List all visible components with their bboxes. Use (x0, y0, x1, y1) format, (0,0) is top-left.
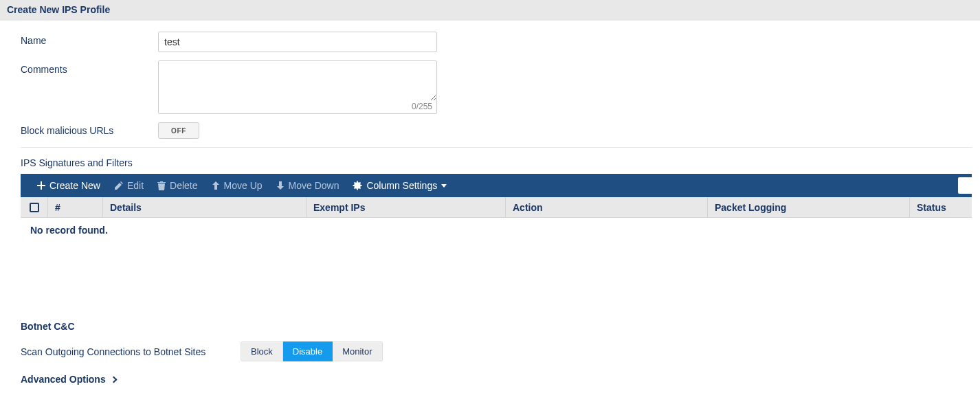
botnet-section-title: Botnet C&C (21, 321, 972, 332)
move-down-button[interactable]: Move Down (269, 174, 346, 197)
chevron-down-icon (441, 184, 447, 188)
name-input[interactable] (158, 32, 437, 52)
comments-textarea[interactable] (159, 61, 436, 101)
edit-button[interactable]: Edit (107, 174, 151, 197)
divider (21, 147, 972, 148)
edit-icon (114, 181, 123, 190)
plus-icon (37, 181, 45, 190)
name-label: Name (21, 32, 158, 46)
col-header-details[interactable]: Details (103, 197, 307, 217)
botnet-option-monitor[interactable]: Monitor (333, 341, 382, 361)
column-settings-button[interactable]: Column Settings (346, 174, 454, 197)
col-header-packet-logging[interactable]: Packet Logging (708, 197, 910, 217)
create-new-label: Create New (49, 180, 100, 191)
chevron-right-icon (110, 376, 117, 383)
signatures-toolbar: Create New Edit Delete Move Up Move Down (21, 174, 972, 197)
block-urls-label: Block malicious URLs (21, 125, 158, 136)
move-down-label: Move Down (289, 180, 339, 191)
comments-label: Comments (21, 60, 158, 75)
arrow-up-icon (212, 181, 220, 190)
botnet-scan-label: Scan Outgoing Connections to Botnet Site… (21, 346, 234, 357)
select-all-checkbox[interactable] (21, 197, 48, 217)
create-new-button[interactable]: Create New (30, 174, 107, 197)
col-header-status[interactable]: Status (910, 197, 972, 217)
edit-label: Edit (127, 180, 144, 191)
column-settings-label: Column Settings (366, 180, 437, 191)
delete-button[interactable]: Delete (151, 174, 204, 197)
gear-icon (353, 181, 362, 190)
move-up-button[interactable]: Move Up (205, 174, 269, 197)
signatures-grid-empty: No record found. (21, 218, 972, 314)
signatures-grid-header: # Details Exempt IPs Action Packet Loggi… (21, 197, 972, 218)
arrow-down-icon (276, 181, 285, 190)
move-up-label: Move Up (224, 180, 263, 191)
col-header-exempt-ips[interactable]: Exempt IPs (307, 197, 506, 217)
advanced-options-label: Advanced Options (21, 374, 106, 385)
botnet-option-disable[interactable]: Disable (283, 341, 333, 361)
col-header-action[interactable]: Action (506, 197, 708, 217)
signatures-section-label: IPS Signatures and Filters (21, 157, 972, 168)
page-title: Create New IPS Profile (0, 0, 980, 21)
checkbox-icon (30, 203, 39, 212)
block-urls-toggle[interactable]: OFF (158, 122, 199, 139)
botnet-scan-segmented: Block Disable Monitor (241, 341, 383, 361)
toolbar-search-stub[interactable] (958, 177, 972, 194)
col-header-number[interactable]: # (48, 197, 103, 217)
delete-label: Delete (170, 180, 197, 191)
comments-char-count: 0/255 (159, 101, 436, 113)
advanced-options-toggle[interactable]: Advanced Options (21, 374, 116, 385)
trash-icon (157, 181, 166, 190)
botnet-option-block[interactable]: Block (241, 341, 283, 361)
